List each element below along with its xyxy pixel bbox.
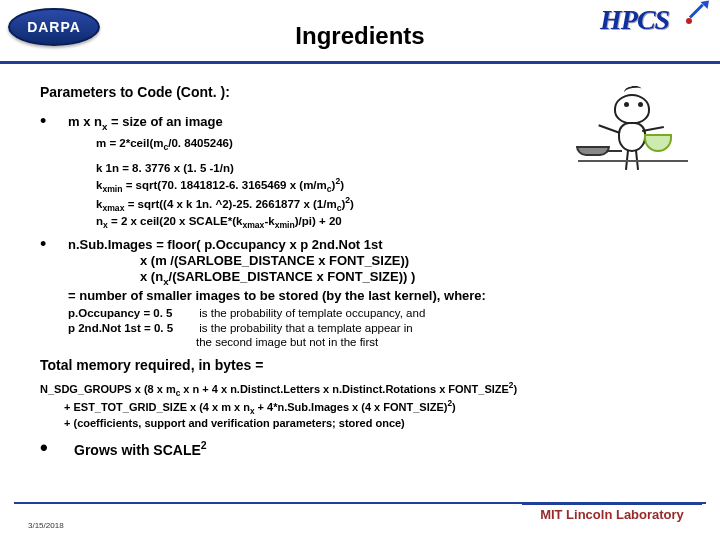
darpa-logo: DARPA bbox=[8, 8, 100, 46]
prob-row-1: p.Occupancy = 0. 5 is the probability of… bbox=[68, 306, 680, 320]
bullet-grows: • Grows with SCALE2 bbox=[40, 439, 680, 459]
p-occupancy-desc: is the probability of template occupancy… bbox=[199, 307, 425, 319]
bullet-nsubimages: • n.Sub.Images = floor( p.Occupancy x p … bbox=[40, 237, 680, 350]
mem-line3: + (coefficients, support and verificatio… bbox=[64, 417, 680, 431]
hpcs-logo: HPCS bbox=[600, 4, 710, 56]
hpcs-logo-text: HPCS bbox=[600, 4, 669, 35]
grows-text: Grows with SCALE2 bbox=[74, 439, 207, 459]
bullet-dot-icon: • bbox=[40, 114, 68, 133]
slide-title: Ingredients bbox=[295, 22, 424, 50]
formula-nx: nx = 2 x ceil(20 x SCALE*(kxmax-kxmin)/p… bbox=[96, 214, 680, 231]
p-occupancy-label: p.Occupancy = 0. 5 bbox=[68, 306, 196, 320]
footer-lab: MIT Lincoln Laboratory bbox=[522, 503, 702, 522]
nsub-line2: x (m /(SARLOBE_DISTANCE x FONT_SIZE)) bbox=[140, 253, 680, 269]
chef-cartoon-icon bbox=[584, 88, 684, 198]
footer-date: 3/15/2018 bbox=[28, 521, 64, 530]
slide-header: DARPA Ingredients HPCS bbox=[0, 0, 720, 64]
memory-formula: N_SDG_GROUPS x (8 x mc x n + 4 x n.Disti… bbox=[40, 381, 680, 431]
bullet-text: n.Sub.Images = floor( p.Occupancy x p 2n… bbox=[68, 237, 680, 350]
total-memory-heading: Total memory required, in bytes = bbox=[40, 357, 680, 375]
prob-row-2: p 2nd.Not 1st = 0. 5 is the probability … bbox=[68, 321, 680, 335]
bullet-dot-icon: • bbox=[40, 441, 74, 455]
p-2ndnot1st-desc-a: is the probability that a template appea… bbox=[199, 322, 413, 334]
bullet-dot-icon: • bbox=[40, 237, 68, 350]
nsub-line4: = number of smaller images to be stored … bbox=[68, 288, 680, 304]
nsub-line1: n.Sub.Images = floor( p.Occupancy x p 2n… bbox=[68, 237, 680, 253]
p-2ndnot1st-label: p 2nd.Not 1st = 0. 5 bbox=[68, 321, 196, 335]
p-2ndnot1st-desc-b: the second image but not in the first bbox=[196, 335, 680, 349]
arrow-icon bbox=[686, 0, 712, 24]
mem-line1: N_SDG_GROUPS x (8 x mc x n + 4 x n.Disti… bbox=[40, 381, 680, 399]
mem-line2: + EST_TOT_GRID_SIZE x (4 x m x nx + 4*n.… bbox=[64, 399, 680, 417]
nsub-line3: x (nx/(SARLOBE_DISTANCE x FONT_SIZE)) ) bbox=[140, 269, 680, 288]
